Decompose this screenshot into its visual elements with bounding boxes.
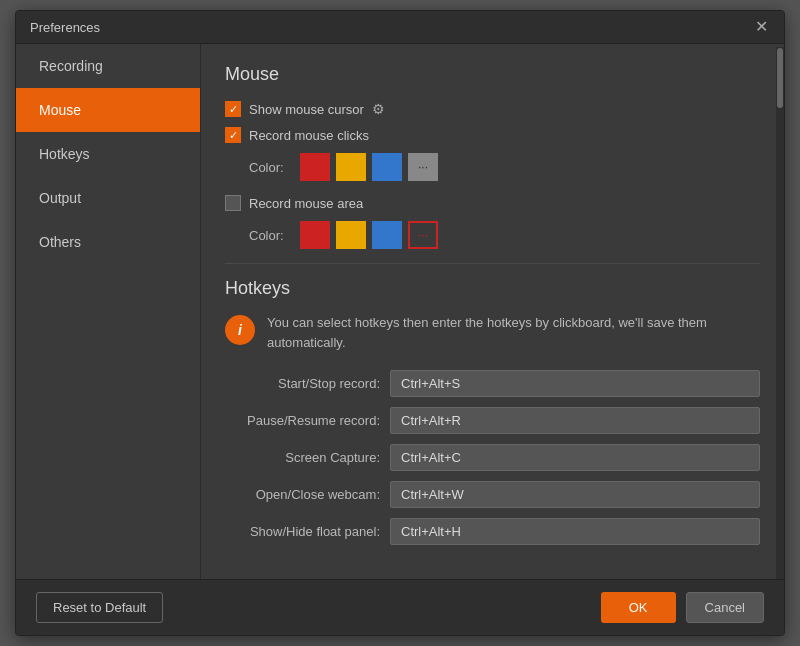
footer-buttons: OK Cancel [601, 592, 764, 623]
hotkey-start-stop: Start/Stop record: [225, 370, 760, 397]
hotkeys-section: Hotkeys i You can select hotkeys then en… [225, 278, 760, 545]
sidebar-item-output[interactable]: Output [16, 176, 200, 220]
area-color-red[interactable] [300, 221, 330, 249]
dialog-body: Recording Mouse Hotkeys Output Others Mo… [16, 44, 784, 579]
sidebar-item-hotkeys[interactable]: Hotkeys [16, 132, 200, 176]
record-clicks-row: ✓ Record mouse clicks [225, 127, 760, 143]
hotkey-start-stop-label: Start/Stop record: [225, 376, 390, 391]
preferences-dialog: Preferences ✕ Recording Mouse Hotkeys Ou… [15, 10, 785, 636]
clicks-color-label: Color: [249, 160, 294, 175]
hotkey-float-panel: Show/Hide float panel: [225, 518, 760, 545]
main-content: Mouse ✓ Show mouse cursor ⚙ ✓ Record mou… [201, 44, 784, 579]
record-area-checkbox[interactable] [225, 195, 241, 211]
sidebar-item-recording[interactable]: Recording [16, 44, 200, 88]
hotkey-webcam: Open/Close webcam: [225, 481, 760, 508]
hotkey-screen-capture-label: Screen Capture: [225, 450, 390, 465]
clicks-color-yellow[interactable] [336, 153, 366, 181]
hotkey-pause-resume-input[interactable] [390, 407, 760, 434]
hotkey-pause-resume: Pause/Resume record: [225, 407, 760, 434]
record-area-label: Record mouse area [249, 196, 363, 211]
info-box: i You can select hotkeys then enter the … [225, 313, 760, 352]
clicks-color-red[interactable] [300, 153, 330, 181]
hotkey-screen-capture-input[interactable] [390, 444, 760, 471]
footer: Reset to Default OK Cancel [16, 579, 784, 635]
scrollbar-track[interactable] [776, 47, 784, 579]
close-button[interactable]: ✕ [753, 19, 770, 35]
area-color-blue[interactable] [372, 221, 402, 249]
clicks-color-more[interactable]: ··· [408, 153, 438, 181]
clicks-color-blue[interactable] [372, 153, 402, 181]
record-clicks-checkbox[interactable]: ✓ [225, 127, 241, 143]
section-divider [225, 263, 760, 264]
mouse-section: Mouse ✓ Show mouse cursor ⚙ ✓ Record mou… [225, 64, 760, 249]
area-color-row: Color: ··· [249, 221, 760, 249]
hotkey-screen-capture: Screen Capture: [225, 444, 760, 471]
ok-button[interactable]: OK [601, 592, 676, 623]
area-color-more[interactable]: ··· [408, 221, 438, 249]
sidebar-item-mouse[interactable]: Mouse [16, 88, 200, 132]
hotkeys-section-title: Hotkeys [225, 278, 760, 299]
hotkey-start-stop-input[interactable] [390, 370, 760, 397]
scrollbar-thumb[interactable] [777, 48, 783, 108]
sidebar-item-others[interactable]: Others [16, 220, 200, 264]
gear-icon[interactable]: ⚙ [372, 101, 385, 117]
hotkey-float-panel-input[interactable] [390, 518, 760, 545]
record-clicks-label: Record mouse clicks [249, 128, 369, 143]
info-icon: i [225, 315, 255, 345]
reset-to-default-button[interactable]: Reset to Default [36, 592, 163, 623]
area-color-yellow[interactable] [336, 221, 366, 249]
hotkey-webcam-input[interactable] [390, 481, 760, 508]
hotkey-webcam-label: Open/Close webcam: [225, 487, 390, 502]
mouse-section-title: Mouse [225, 64, 760, 85]
show-cursor-label: Show mouse cursor [249, 102, 364, 117]
title-bar: Preferences ✕ [16, 11, 784, 44]
info-text: You can select hotkeys then enter the ho… [267, 313, 760, 352]
hotkey-float-panel-label: Show/Hide float panel: [225, 524, 390, 539]
sidebar: Recording Mouse Hotkeys Output Others [16, 44, 201, 579]
show-cursor-checkbox[interactable]: ✓ [225, 101, 241, 117]
dialog-title: Preferences [30, 20, 100, 35]
record-area-row: Record mouse area [225, 195, 760, 211]
area-color-label: Color: [249, 228, 294, 243]
show-cursor-row: ✓ Show mouse cursor ⚙ [225, 101, 760, 117]
cancel-button[interactable]: Cancel [686, 592, 764, 623]
hotkey-pause-resume-label: Pause/Resume record: [225, 413, 390, 428]
clicks-color-row: Color: ··· [249, 153, 760, 181]
